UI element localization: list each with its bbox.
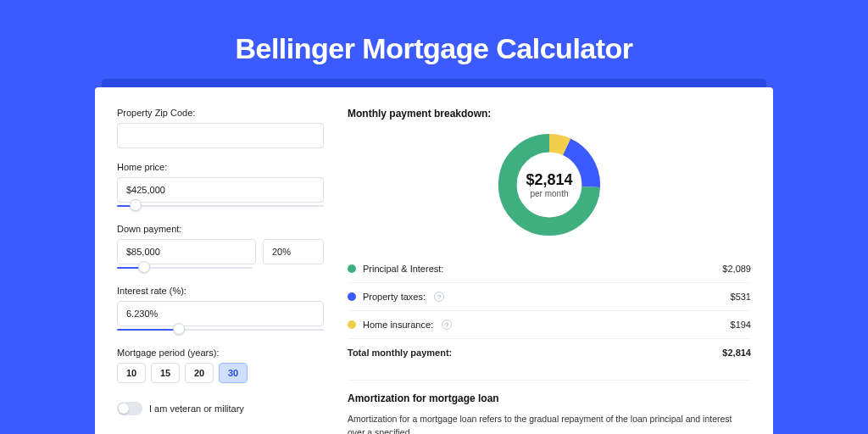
toggle-knob	[119, 403, 129, 414]
legend-dot	[348, 292, 356, 301]
veteran-row: I am veteran or military	[117, 402, 324, 415]
total-label: Total monthly payment:	[348, 348, 452, 358]
down-pct-input[interactable]	[263, 239, 324, 264]
period-btn-30[interactable]: 30	[219, 363, 248, 383]
rate-slider[interactable]	[117, 326, 324, 334]
breakdown-title: Monthly payment breakdown:	[348, 108, 751, 120]
breakdown-line: Principal & Interest:$2,089	[348, 255, 751, 282]
legend-dot	[348, 320, 356, 329]
donut-amount: $2,814	[526, 171, 572, 189]
donut-sublabel: per month	[530, 189, 568, 198]
veteran-label: I am veteran or military	[149, 403, 244, 414]
period-btn-20[interactable]: 20	[185, 363, 214, 383]
period-label: Mortgage period (years):	[117, 348, 324, 358]
breakdown-panel: Monthly payment breakdown: $2,814 per mo…	[348, 108, 751, 434]
breakdown-total: Total monthly payment:$2,814	[348, 338, 751, 366]
hero: Bellinger Mortgage Calculator	[0, 0, 868, 87]
breakdown-line: Home insurance:?$194	[348, 310, 751, 338]
period-btn-15[interactable]: 15	[151, 363, 180, 383]
amort-title: Amortization for mortgage loan	[348, 392, 751, 404]
down-amount-input[interactable]	[117, 239, 256, 264]
donut-center: $2,814 per month	[494, 130, 604, 240]
field-down: Down payment:	[117, 224, 324, 272]
total-value: $2,814	[722, 348, 751, 358]
page-title: Bellinger Mortgage Calculator	[0, 32, 868, 65]
zip-label: Property Zip Code:	[117, 108, 324, 118]
breakdown-value: $531	[731, 292, 751, 302]
breakdown-label: Home insurance:	[363, 320, 433, 330]
donut-chart: $2,814 per month	[494, 130, 604, 240]
zip-input[interactable]	[117, 123, 324, 148]
breakdown-value: $2,089	[722, 264, 751, 274]
down-slider[interactable]	[117, 264, 253, 272]
rate-input[interactable]	[117, 301, 324, 326]
field-period: Mortgage period (years): 10152030	[117, 348, 324, 383]
breakdown-value: $194	[731, 320, 751, 330]
price-input[interactable]	[117, 177, 324, 203]
price-slider[interactable]	[117, 202, 324, 210]
breakdown-label: Property taxes:	[363, 292, 426, 302]
calculator-card: Property Zip Code: Home price: Down paym…	[95, 87, 773, 434]
donut-wrap: $2,814 per month	[348, 130, 751, 240]
breakdown-label: Principal & Interest:	[363, 264, 443, 274]
help-icon[interactable]: ?	[434, 292, 444, 302]
down-label: Down payment:	[117, 224, 324, 234]
breakdown-line: Property taxes:?$531	[348, 282, 751, 310]
breakdown-lines: Principal & Interest:$2,089Property taxe…	[348, 255, 751, 366]
period-btn-10[interactable]: 10	[117, 363, 146, 383]
price-label: Home price:	[117, 162, 324, 172]
field-rate: Interest rate (%):	[117, 286, 324, 334]
form-panel: Property Zip Code: Home price: Down paym…	[117, 108, 324, 434]
card-stage: Property Zip Code: Home price: Down paym…	[95, 87, 773, 434]
field-zip: Property Zip Code:	[117, 108, 324, 148]
help-icon[interactable]: ?	[442, 320, 452, 330]
period-buttons: 10152030	[117, 363, 324, 383]
amortization-section: Amortization for mortgage loan Amortizat…	[348, 380, 751, 434]
legend-dot	[348, 264, 356, 273]
rate-label: Interest rate (%):	[117, 286, 324, 296]
field-price: Home price:	[117, 162, 324, 210]
amort-text: Amortization for a mortgage loan refers …	[348, 413, 751, 434]
veteran-toggle[interactable]	[117, 402, 142, 415]
